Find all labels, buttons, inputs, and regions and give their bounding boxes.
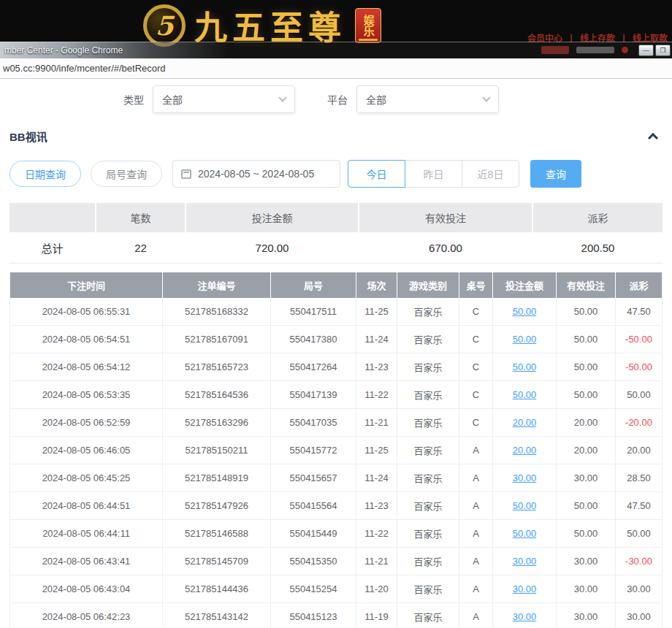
chrome-titlebar[interactable]: mber Center - Google Chrome — ❐ [0, 42, 672, 58]
cell-session: 11-20 [356, 575, 397, 603]
platform-filter-select[interactable]: 全部 [356, 85, 499, 113]
obscured-nav-decoration [576, 47, 614, 53]
obscured-nav-decoration [541, 46, 569, 54]
cell-bet-amount-link[interactable]: 30.00 [493, 575, 557, 603]
cell-session: 11-23 [356, 492, 397, 520]
cell-bet-amount-link[interactable]: 50.00 [493, 326, 557, 353]
search-button[interactable]: 查询 [530, 160, 581, 188]
cell-round-number: 550415123 [271, 603, 356, 628]
table-row: 2024-08-05 06:43:41 521785145709 5504153… [10, 548, 662, 575]
table-row: 2024-08-05 06:44:11 521785146588 5504154… [10, 520, 662, 548]
cell-game-type: 百家乐 [397, 298, 459, 326]
summary-header-empty [9, 203, 95, 232]
cell-table-number: A [459, 520, 493, 548]
collapse-chevron-up-icon[interactable] [648, 132, 658, 142]
bet-table-header: 下注时间注单编号局号场次游戏类别桌号投注金额有效投注派彩 [10, 272, 662, 298]
cell-round-number: 550415449 [271, 520, 356, 548]
cell-game-type: 百家乐 [397, 548, 459, 575]
yesterday-button[interactable]: 昨日 [405, 160, 462, 188]
cell-valid-bet: 50.00 [557, 381, 616, 409]
cell-bet-amount-link[interactable]: 20.00 [493, 409, 557, 437]
chevron-down-icon [278, 93, 286, 102]
cell-bet-time: 2024-08-05 06:53:35 [10, 381, 163, 409]
cell-bet-amount-link[interactable]: 30.00 [493, 464, 557, 492]
table-row: 2024-08-05 06:53:35 521785164536 5504171… [10, 381, 662, 409]
cell-payout: 20.00 [616, 437, 662, 464]
column-header: 场次 [356, 272, 397, 298]
cell-valid-bet: 20.00 [557, 409, 616, 437]
cell-game-type: 百家乐 [397, 575, 459, 603]
table-row: 2024-08-05 06:45:25 521785148919 5504156… [10, 464, 662, 492]
last-8-days-button[interactable]: 近8日 [462, 160, 519, 188]
summary-total-label: 总计 [9, 232, 95, 263]
cell-payout: 50.00 [616, 381, 662, 409]
cell-bet-amount-link[interactable]: 30.00 [493, 603, 557, 628]
column-header: 桌号 [459, 272, 493, 298]
cell-table-number: A [459, 464, 493, 492]
cell-session: 11-21 [356, 548, 397, 575]
cell-payout: -50.00 [616, 353, 662, 381]
cell-payout: -20.00 [616, 409, 662, 437]
filter-row: 类型 全部 平台 全部 [9, 85, 663, 113]
cell-bet-amount-link[interactable]: 50.00 [493, 353, 557, 381]
date-range-input[interactable]: 2024-08-05 ~ 2024-08-05 [172, 160, 340, 188]
cell-round-number: 550415772 [271, 437, 356, 464]
type-filter-select[interactable]: 全部 [153, 85, 295, 113]
cell-session: 11-25 [356, 298, 397, 326]
cell-round-number: 550415350 [271, 548, 356, 575]
quick-range-group: 今日 昨日 近8日 [348, 160, 519, 188]
table-row: 2024-08-05 06:46:05 521785150211 5504157… [10, 437, 662, 464]
cell-bet-time: 2024-08-05 06:54:12 [10, 353, 163, 381]
column-header: 派彩 [616, 272, 662, 298]
cell-table-number: A [459, 603, 493, 628]
cell-bet-amount-link[interactable]: 50.00 [493, 492, 557, 520]
cell-bet-time: 2024-08-05 06:44:51 [10, 492, 163, 520]
cell-bet-amount-link[interactable]: 50.00 [493, 520, 557, 548]
round-query-button[interactable]: 局号查询 [91, 161, 162, 187]
cell-payout: 47.50 [616, 298, 662, 326]
summary-total-bet-amount: 720.00 [186, 232, 358, 263]
cell-bet-amount-link[interactable]: 20.00 [493, 437, 557, 464]
platform-filter-value: 全部 [366, 92, 386, 107]
cell-bet-number: 521785150211 [163, 437, 271, 464]
table-row: 2024-08-05 06:44:51 521785147926 5504155… [10, 492, 662, 520]
restore-button[interactable]: ❐ [655, 45, 671, 56]
cell-bet-amount-link[interactable]: 50.00 [493, 298, 557, 326]
table-row: 2024-08-05 06:54:51 521785167091 5504173… [10, 326, 662, 353]
date-query-button[interactable]: 日期查询 [9, 161, 81, 187]
cell-bet-time: 2024-08-05 06:45:25 [10, 464, 163, 492]
cell-round-number: 550415564 [271, 492, 356, 520]
cell-payout: 30.00 [616, 603, 662, 628]
cell-game-type: 百家乐 [397, 603, 459, 628]
obscured-nav-decoration [622, 47, 628, 53]
cell-valid-bet: 30.00 [557, 575, 616, 603]
cell-valid-bet: 30.00 [557, 603, 616, 628]
calendar-icon [181, 169, 191, 179]
cell-bet-number: 521785144436 [163, 575, 271, 603]
table-row: 2024-08-05 06:42:23 521785143142 5504151… [10, 603, 662, 628]
bet-record-page: 类型 全部 平台 全部 BB视讯 日期查询 局号查询 2024-08-05 ~ … [0, 79, 672, 628]
cell-bet-time: 2024-08-05 06:46:05 [10, 437, 163, 464]
cell-bet-number: 521785147926 [163, 492, 271, 520]
cell-valid-bet: 50.00 [557, 520, 616, 548]
cell-round-number: 550417035 [271, 409, 356, 437]
minimize-button[interactable]: — [638, 45, 654, 56]
cell-payout: 30.00 [616, 575, 662, 603]
cell-bet-amount-link[interactable]: 50.00 [493, 381, 557, 409]
cell-game-type: 百家乐 [397, 464, 459, 492]
cell-table-number: A [459, 492, 493, 520]
section-title: BB视讯 [9, 129, 47, 144]
cell-session: 11-25 [356, 437, 397, 464]
bet-record-table: 下注时间注单编号局号场次游戏类别桌号投注金额有效投注派彩 2024-08-05 … [9, 272, 663, 628]
column-header: 下注时间 [10, 272, 163, 298]
cell-bet-time: 2024-08-05 06:55:31 [10, 298, 163, 326]
bet-rows: 2024-08-05 06:55:31 521785168332 5504175… [10, 298, 662, 628]
cell-bet-time: 2024-08-05 06:42:23 [10, 603, 163, 628]
today-button[interactable]: 今日 [348, 160, 405, 188]
address-bar[interactable]: w05.cc:9900/infe/mcenter/#/betRecord [0, 58, 672, 79]
query-toolbar: 日期查询 局号查询 2024-08-05 ~ 2024-08-05 今日 昨日 … [9, 160, 663, 188]
cell-bet-amount-link[interactable]: 30.00 [493, 548, 557, 575]
cell-round-number: 550415657 [271, 464, 356, 492]
cell-round-number: 550417264 [271, 353, 356, 381]
entertainment-badge-text: 娱乐 [362, 15, 374, 37]
